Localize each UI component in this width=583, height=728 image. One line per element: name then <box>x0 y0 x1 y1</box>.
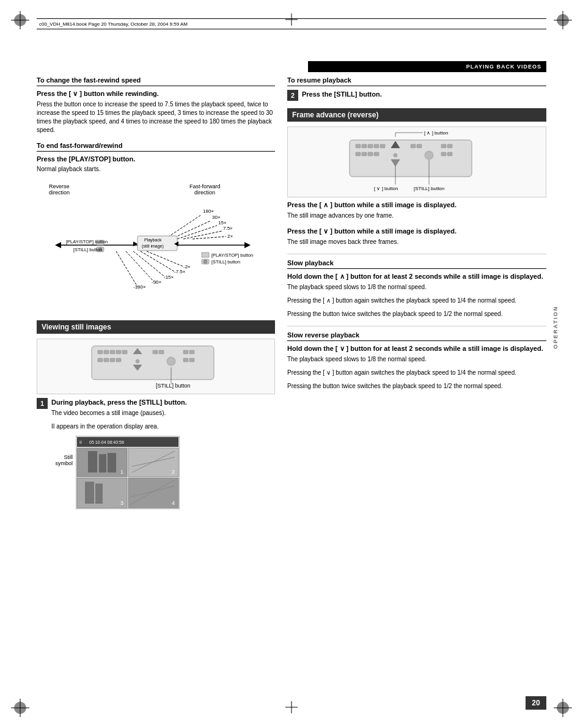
svg-rect-77 <box>189 358 194 362</box>
file-info: c00_VDH_M814.book Page 20 Thursday, Octo… <box>37 21 190 27</box>
slow-reverse-subtitle: Hold down the [ ∨ ] button for at least … <box>287 345 546 353</box>
page-number: 20 <box>526 696 546 710</box>
svg-line-27 <box>193 237 226 239</box>
svg-rect-74 <box>183 350 188 354</box>
slow-playback-body3: Pressing the button twice switches the p… <box>287 310 546 318</box>
press-down-body: The still image moves back three frames. <box>287 238 546 246</box>
svg-rect-120 <box>447 152 452 156</box>
svg-text:1: 1 <box>120 469 123 475</box>
svg-text:4: 4 <box>172 500 175 506</box>
svg-rect-87 <box>99 454 106 472</box>
main-content: To change the fast-rewind speed Press th… <box>37 76 546 667</box>
step1-content: During playback, press the [STILL] butto… <box>51 398 187 510</box>
end-ff-body: Normal playback starts. <box>37 165 275 174</box>
still-remote-diagram: [STILL] button <box>37 339 275 394</box>
fast-rewind-body: Press the button once to increase the sp… <box>37 100 275 134</box>
svg-text:180×: 180× <box>203 208 214 214</box>
svg-rect-106 <box>380 144 385 148</box>
step1-row: 1 During playback, press the [STILL] but… <box>37 398 275 510</box>
svg-text:(still image): (still image) <box>142 244 164 249</box>
svg-rect-59 <box>98 350 103 354</box>
svg-rect-60 <box>104 350 109 354</box>
svg-text:[ ∨ ] button: [ ∨ ] button <box>374 186 398 191</box>
svg-line-38 <box>147 251 183 267</box>
press-down-section: Press the [ ∨ ] button while a still ima… <box>287 227 546 246</box>
svg-text:Playback: Playback <box>144 238 162 243</box>
svg-text:-15×: -15× <box>164 274 174 280</box>
svg-rect-61 <box>110 350 115 354</box>
slow-reverse-body1: The playback speed slows to 1/8 the norm… <box>287 355 546 364</box>
svg-rect-62 <box>116 350 121 354</box>
playback-diagram: Fast-forward direction Reverse direction… <box>37 181 275 315</box>
step2-text: Press the [STILL] button. <box>302 90 382 98</box>
svg-rect-96 <box>95 483 103 504</box>
press-up-section: Press the [ ∧ ] button while a still ima… <box>287 201 546 220</box>
svg-rect-75 <box>189 350 194 354</box>
corner-top-right <box>554 11 572 29</box>
svg-point-116 <box>425 151 433 160</box>
svg-rect-109 <box>411 144 416 148</box>
svg-rect-86 <box>88 451 97 472</box>
svg-rect-88 <box>108 453 116 472</box>
frame-advance-header: Frame advance (reverse) <box>287 108 546 122</box>
svg-text:[PLAY/STOP] button: [PLAY/STOP] button <box>66 239 108 245</box>
section-label-bar: PLAYING BACK VIDEOS <box>308 61 546 72</box>
slow-reverse-title: Slow reverse playback <box>287 331 546 341</box>
right-column: To resume playback 2 Press the [STILL] b… <box>287 76 546 667</box>
svg-rect-63 <box>122 350 127 354</box>
svg-text:II: II <box>79 440 82 444</box>
svg-point-72 <box>136 359 139 363</box>
step1-body1: The video becomes a still image (pauses)… <box>51 409 187 417</box>
svg-rect-104 <box>368 144 373 148</box>
viewing-still-header: Viewing still images <box>37 320 275 334</box>
end-ff-section: To end fast-forward/rewind Press the [PL… <box>37 142 275 174</box>
resume-section: To resume playback 2 Press the [STILL] b… <box>287 76 546 101</box>
slow-playback-subtitle: Hold down the [ ∧ ] button for at least … <box>287 273 546 281</box>
corner-bottom-left <box>11 699 29 717</box>
svg-line-42 <box>116 251 138 287</box>
bottom-center-crosshair <box>285 701 298 715</box>
svg-rect-117 <box>441 144 446 148</box>
svg-rect-69 <box>104 358 109 362</box>
press-up-subtitle: Press the [ ∧ ] button while a still ima… <box>287 201 546 209</box>
svg-rect-103 <box>362 144 367 148</box>
svg-rect-102 <box>356 144 361 148</box>
svg-text:direction: direction <box>194 189 215 196</box>
still-preview-container: Still symbol II 05 10-04 08:40:58 1 <box>51 436 187 510</box>
svg-text:2×: 2× <box>227 233 233 239</box>
slow-reverse-body2: Pressing the [ ∨ ] button again switches… <box>287 369 546 377</box>
svg-rect-70 <box>110 358 115 362</box>
svg-text:2: 2 <box>172 469 175 475</box>
svg-text:Fast-forward: Fast-forward <box>189 183 221 189</box>
svg-text:-180×: -180× <box>133 284 146 290</box>
svg-text:[PLAY/STOP] button: [PLAY/STOP] button <box>211 252 253 258</box>
svg-text:[STILL] button: [STILL] button <box>414 186 444 191</box>
divider1 <box>287 254 546 254</box>
press-up-body: The still image advances by one frame. <box>287 211 546 220</box>
svg-rect-97 <box>128 478 178 508</box>
svg-rect-114 <box>374 152 379 156</box>
fast-rewind-subtitle: Press the [ ∨ ] button while rewinding. <box>37 90 275 98</box>
svg-point-73 <box>167 357 175 366</box>
svg-text:[STILL] button: [STILL] button <box>156 383 191 389</box>
svg-line-40 <box>133 251 165 277</box>
slow-playback-body1: The playback speed slows to 1/8 the norm… <box>287 283 546 292</box>
svg-text:[ ∧ ] button: [ ∧ ] button <box>424 131 448 136</box>
svg-text:7.5×: 7.5× <box>223 226 233 231</box>
divider2 <box>287 326 546 326</box>
section-label: PLAYING BACK VIDEOS <box>466 64 541 70</box>
svg-text:3: 3 <box>120 500 123 506</box>
svg-text:-30×: -30× <box>152 279 162 285</box>
operation-side-label: OPERATION <box>552 306 559 349</box>
svg-marker-21 <box>244 242 251 248</box>
svg-marker-22 <box>55 242 61 248</box>
frame-advance-diagram: [ ∧ ] button [ ∨ ] button [STILL] button <box>287 127 546 197</box>
end-ff-title: To end fast-forward/rewind <box>37 142 275 152</box>
still-preview: II 05 10-04 08:40:58 1 2 <box>76 436 187 510</box>
corner-top-left <box>11 11 29 29</box>
svg-rect-76 <box>183 358 188 362</box>
svg-text:Reverse: Reverse <box>49 183 70 189</box>
svg-rect-118 <box>447 144 452 148</box>
svg-rect-105 <box>374 144 379 148</box>
press-down-subtitle: Press the [ ∨ ] button while a still ima… <box>287 227 546 235</box>
